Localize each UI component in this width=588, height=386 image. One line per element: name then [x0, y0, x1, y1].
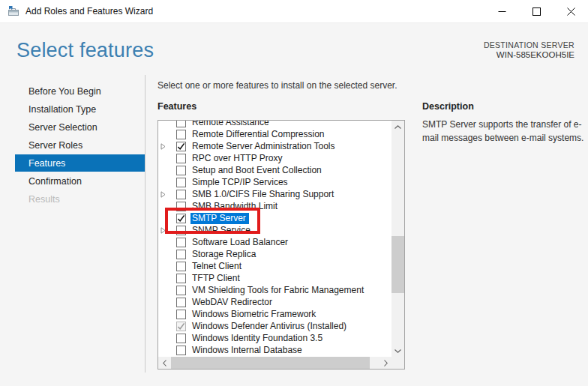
feature-checkbox[interactable] — [176, 298, 186, 307]
feature-label: SMB Bandwidth Limit — [192, 201, 278, 211]
feature-label: Remote Differential Compression — [192, 129, 325, 139]
feature-row-smb-1-0-cifs-file-sharing-support[interactable]: SMB 1.0/CIFS File Sharing Support — [158, 188, 392, 200]
sidebar-item-label: Server Roles — [28, 140, 82, 151]
feature-row-windows-identity-foundation-3-5[interactable]: Windows Identity Foundation 3.5 — [158, 332, 392, 344]
feature-label: SMB 1.0/CIFS File Sharing Support — [192, 189, 334, 199]
feature-checkbox[interactable] — [176, 121, 186, 127]
feature-row-software-load-balancer[interactable]: Software Load Balancer — [158, 236, 392, 248]
feature-row-tftp-client[interactable]: TFTP Client — [158, 272, 392, 284]
feature-checkbox[interactable] — [176, 166, 186, 175]
chevron-down-icon — [394, 349, 401, 353]
maximize-icon — [532, 7, 541, 16]
features-list: Remote AssistanceRemote Differential Com… — [158, 121, 392, 356]
page-title: Select features — [16, 39, 154, 62]
expander-control[interactable] — [160, 191, 171, 198]
expander-control[interactable] — [160, 143, 171, 150]
expand-arrow-icon — [160, 143, 166, 150]
sidebar-item-installation-type[interactable]: Installation Type — [15, 100, 145, 118]
close-button[interactable] — [554, 0, 588, 22]
sidebar-item-features[interactable]: Features — [15, 154, 145, 172]
sidebar-item-before-you-begin[interactable]: Before You Begin — [15, 82, 145, 100]
feature-checkbox[interactable] — [176, 334, 186, 343]
sidebar-item-server-roles[interactable]: Server Roles — [15, 136, 145, 154]
sidebar-divider — [145, 75, 146, 373]
feature-row-setup-and-boot-event-collection[interactable]: Setup and Boot Event Collection — [158, 164, 392, 176]
feature-checkbox[interactable] — [176, 238, 186, 247]
scroll-down-button[interactable] — [392, 345, 404, 357]
feature-checkbox[interactable] — [176, 178, 186, 187]
feature-checkbox[interactable] — [176, 346, 186, 355]
feature-label: RPC over HTTP Proxy — [192, 153, 282, 163]
feature-label: Software Load Balancer — [192, 237, 288, 247]
description-section-label: Description — [422, 101, 474, 112]
feature-checkbox[interactable] — [176, 286, 186, 295]
server-manager-icon — [8, 5, 20, 17]
sidebar-item-server-selection[interactable]: Server Selection — [15, 118, 145, 136]
scroll-left-button[interactable] — [158, 357, 170, 369]
feature-label: Telnet Client — [192, 261, 242, 271]
features-listbox: Remote AssistanceRemote Differential Com… — [158, 120, 405, 370]
feature-row-windows-internal-database[interactable]: Windows Internal Database — [158, 344, 392, 356]
feature-label: Windows Biometric Framework — [192, 309, 316, 319]
feature-row-remote-assistance[interactable]: Remote Assistance — [158, 121, 392, 128]
checkmark-icon — [177, 214, 185, 223]
scroll-right-button[interactable] — [380, 357, 392, 369]
window-title: Add Roles and Features Wizard — [26, 6, 153, 16]
chevron-left-icon — [163, 360, 166, 367]
feature-checkbox[interactable] — [176, 274, 186, 283]
maximize-button[interactable] — [519, 0, 554, 22]
minimize-button[interactable] — [484, 0, 519, 22]
feature-checkbox[interactable] — [176, 142, 186, 151]
feature-checkbox[interactable] — [176, 190, 186, 199]
minimize-icon — [498, 7, 506, 16]
vertical-scrollbar[interactable] — [392, 121, 404, 357]
feature-checkbox[interactable] — [176, 202, 186, 211]
instruction-text: Select one or more features to install o… — [158, 80, 398, 91]
feature-row-telnet-client[interactable]: Telnet Client — [158, 260, 392, 272]
feature-row-windows-biometric-framework[interactable]: Windows Biometric Framework — [158, 308, 392, 320]
vertical-scroll-thumb[interactable] — [392, 236, 404, 293]
feature-checkbox[interactable] — [176, 214, 186, 223]
chevron-right-icon — [384, 360, 388, 367]
expand-arrow-icon — [160, 227, 166, 234]
expander-control[interactable] — [160, 227, 171, 234]
feature-checkbox[interactable] — [176, 310, 186, 319]
feature-row-webdav-redirector[interactable]: WebDAV Redirector — [158, 296, 392, 308]
feature-checkbox[interactable] — [176, 262, 186, 271]
feature-label: VM Shielding Tools for Fabric Management — [192, 285, 364, 295]
sidebar-item-confirmation[interactable]: Confirmation — [15, 172, 145, 190]
feature-row-remote-server-administration-tools[interactable]: Remote Server Administration Tools — [158, 140, 392, 152]
sidebar-item-label: Installation Type — [28, 104, 96, 115]
feature-checkbox[interactable] — [176, 154, 186, 163]
sidebar-item-label: Features — [28, 158, 65, 169]
feature-row-vm-shielding-tools-for-fabric-management[interactable]: VM Shielding Tools for Fabric Management — [158, 284, 392, 296]
destination-server-name: WIN-585EKOOH5IE — [484, 50, 574, 60]
sidebar-item-label: Results — [28, 194, 60, 205]
feature-label: Windows Defender Antivirus (Installed) — [192, 321, 346, 331]
feature-label: Remote Assistance — [192, 121, 269, 127]
sidebar-item-label: Confirmation — [28, 176, 82, 187]
features-rows-clip: Remote AssistanceRemote Differential Com… — [158, 121, 392, 357]
feature-row-remote-differential-compression[interactable]: Remote Differential Compression — [158, 128, 392, 140]
horizontal-scroll-thumb[interactable] — [171, 357, 370, 369]
feature-row-smb-bandwidth-limit[interactable]: SMB Bandwidth Limit — [158, 200, 392, 212]
scroll-up-button[interactable] — [392, 121, 404, 133]
destination-server-block: DESTINATION SERVER WIN-585EKOOH5IE — [484, 40, 574, 60]
sidebar-item-label: Server Selection — [28, 122, 98, 133]
feature-checkbox[interactable] — [176, 226, 186, 235]
feature-label: Storage Replica — [192, 249, 256, 259]
sidebar-item-results: Results — [15, 190, 145, 208]
feature-row-snmp-service[interactable]: SNMP Service — [158, 224, 392, 236]
feature-row-rpc-over-http-proxy[interactable]: RPC over HTTP Proxy — [158, 152, 392, 164]
feature-row-windows-defender-antivirus-installed[interactable]: Windows Defender Antivirus (Installed) — [158, 320, 392, 332]
feature-checkbox[interactable] — [176, 250, 186, 259]
feature-row-storage-replica[interactable]: Storage Replica — [158, 248, 392, 260]
feature-row-simple-tcp-ip-services[interactable]: Simple TCP/IP Services — [158, 176, 392, 188]
feature-checkbox[interactable] — [176, 130, 186, 139]
feature-label: Simple TCP/IP Services — [192, 177, 288, 187]
feature-label: Remote Server Administration Tools — [192, 141, 335, 151]
feature-row-smtp-server[interactable]: SMTP Server — [158, 212, 392, 224]
horizontal-scrollbar[interactable] — [158, 357, 392, 369]
feature-label: Windows Internal Database — [192, 345, 302, 355]
feature-label: SMTP Server — [190, 213, 249, 224]
